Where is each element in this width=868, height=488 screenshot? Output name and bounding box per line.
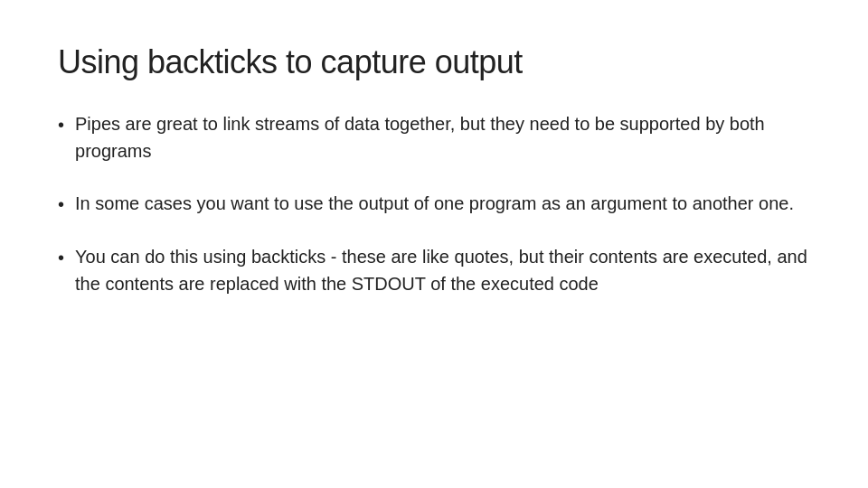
bullet-dot: • xyxy=(58,191,64,218)
list-item: • You can do this using backticks - thes… xyxy=(58,243,810,297)
bullet-text-3: You can do this using backticks - these … xyxy=(75,243,810,297)
bullet-dot: • xyxy=(58,111,64,138)
slide: Using backticks to capture output • Pipe… xyxy=(0,0,868,488)
list-item: • In some cases you want to use the outp… xyxy=(58,190,810,218)
bullet-text-2: In some cases you want to use the output… xyxy=(75,190,794,217)
bullet-list: • Pipes are great to link streams of dat… xyxy=(58,110,810,297)
bullet-text-1: Pipes are great to link streams of data … xyxy=(75,110,810,164)
slide-title: Using backticks to capture output xyxy=(58,43,810,81)
list-item: • Pipes are great to link streams of dat… xyxy=(58,110,810,164)
bullet-dot: • xyxy=(58,244,64,271)
